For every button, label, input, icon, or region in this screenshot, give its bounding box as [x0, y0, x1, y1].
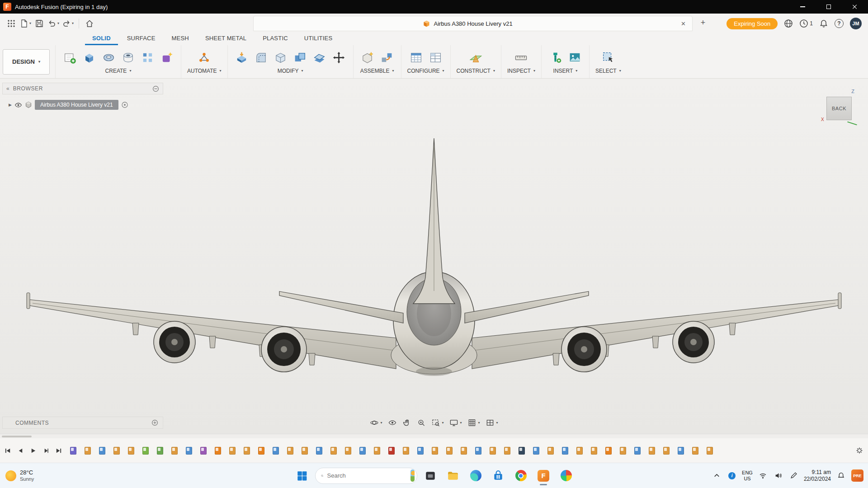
model-viewport[interactable]: « BROWSER ▶ Airbus A380 House Livery v21…	[0, 79, 868, 434]
timeline-feature-icon[interactable]	[620, 447, 626, 455]
timeline-feature-icon[interactable]	[663, 447, 670, 455]
weather-widget[interactable]: 28°C Sunny	[0, 469, 34, 482]
timeline-feature-icon[interactable]	[345, 447, 351, 455]
combine-button[interactable]	[292, 50, 308, 66]
job-status-button[interactable]: 1	[799, 19, 813, 28]
viewports-button[interactable]: ▾	[486, 418, 498, 427]
search-input[interactable]	[327, 472, 407, 479]
timeline-feature-icon[interactable]	[302, 447, 308, 455]
timeline-feature-icon[interactable]	[591, 447, 597, 455]
automate-menu[interactable]: AUTOMATE▾	[187, 68, 222, 74]
timeline-feature-icon[interactable]	[649, 447, 655, 455]
timeline-feature-icon[interactable]	[374, 447, 380, 455]
notifications-button[interactable]	[819, 19, 828, 28]
collapse-browser-icon[interactable]: «	[6, 85, 9, 92]
timeline-feature-icon[interactable]	[547, 447, 554, 455]
redo-button[interactable]: ▾	[61, 16, 75, 31]
language-switcher[interactable]: ENG US	[742, 470, 753, 481]
timeline-scrollbar[interactable]	[0, 434, 868, 438]
revolve-button[interactable]	[100, 50, 117, 66]
timeline-feature-icon[interactable]	[692, 447, 698, 455]
viewcube-back-face[interactable]: BACK	[826, 97, 852, 120]
move-copy-button[interactable]	[331, 50, 347, 66]
construct-menu[interactable]: CONSTRUCT▾	[457, 68, 495, 74]
timeline-feature-icon[interactable]	[287, 447, 293, 455]
save-button[interactable]	[33, 16, 46, 31]
insert-menu[interactable]: INSERT▾	[553, 68, 578, 74]
timeline-feature-icon[interactable]	[432, 447, 438, 455]
task-view-button[interactable]	[421, 465, 440, 486]
insert-fastener-button[interactable]	[547, 50, 564, 66]
engine-inner-right[interactable]	[561, 327, 607, 372]
timeline-scrollbar-thumb[interactable]	[2, 436, 32, 437]
joint-button[interactable]	[379, 50, 395, 66]
skip-to-start-button[interactable]	[5, 447, 11, 454]
document-tab[interactable]: Airbus A380 House Livery v21 ✕	[253, 16, 693, 31]
inspect-menu[interactable]: INSPECT▾	[507, 68, 535, 74]
file-explorer-button[interactable]	[443, 465, 462, 486]
expiring-soon-button[interactable]: Expiring Soon	[726, 18, 778, 29]
visibility-eye-icon[interactable]	[14, 101, 22, 109]
timeline-feature-icon[interactable]	[475, 447, 481, 455]
timeline-feature-icon[interactable]	[417, 447, 424, 455]
timeline-feature-icon[interactable]	[316, 447, 322, 455]
timeline-settings-icon[interactable]	[855, 446, 863, 455]
timeline-feature-icon[interactable]	[359, 447, 366, 455]
insert-image-button[interactable]	[567, 50, 583, 66]
tab-utilities[interactable]: UTILITIES	[297, 33, 340, 45]
orbit-button[interactable]: ▾	[370, 418, 382, 427]
select-menu[interactable]: SELECT▾	[595, 68, 621, 74]
timeline-feature-icon[interactable]	[157, 447, 163, 455]
file-menu-button[interactable]: ▾	[18, 16, 33, 31]
timeline-feature-icon[interactable]	[215, 447, 221, 455]
press-pull-button[interactable]	[234, 50, 250, 66]
home-view-button[interactable]	[83, 16, 96, 31]
zoom-button[interactable]	[417, 418, 425, 427]
engine-inner-left[interactable]	[261, 327, 307, 372]
search-highlight-image[interactable]	[410, 469, 415, 482]
play-button[interactable]	[30, 447, 37, 454]
timeline-feature-icon[interactable]	[113, 447, 120, 455]
fit-button[interactable]: ▾	[431, 418, 443, 427]
right-stabilizer[interactable]	[465, 291, 589, 323]
volume-button[interactable]	[773, 470, 783, 481]
configuration-table-button[interactable]	[427, 50, 443, 66]
hidden-icons-button[interactable]	[712, 470, 722, 481]
timeline-feature-icon[interactable]	[576, 447, 583, 455]
timeline-feature-icon[interactable]	[258, 447, 264, 455]
configuration-button[interactable]	[408, 50, 424, 66]
comments-bar[interactable]: COMMENTS	[2, 417, 163, 429]
timeline-feature-icon[interactable]	[562, 447, 568, 455]
close-document-icon[interactable]: ✕	[678, 19, 689, 28]
expand-node-icon[interactable]: ▶	[9, 103, 12, 107]
tab-sheet-metal[interactable]: SHEET METAL	[198, 33, 254, 45]
chrome-button[interactable]	[511, 465, 530, 486]
photos-button[interactable]	[557, 465, 576, 486]
left-stabilizer[interactable]	[279, 291, 403, 323]
hole-button[interactable]	[120, 50, 136, 66]
timeline-feature-icon[interactable]	[273, 447, 279, 455]
app-grid-button[interactable]	[5, 16, 18, 31]
preview-badge[interactable]: PRE	[851, 469, 863, 482]
timeline-feature-icon[interactable]	[85, 447, 91, 455]
timeline-feature-icon[interactable]	[504, 447, 510, 455]
tab-plastic[interactable]: PLASTIC	[255, 33, 295, 45]
maximize-button[interactable]	[816, 0, 842, 14]
help-button[interactable]: ?	[835, 19, 844, 28]
offset-face-button[interactable]	[311, 50, 328, 66]
timeline-feature-icon[interactable]	[388, 447, 395, 455]
start-button[interactable]	[292, 465, 311, 486]
timeline-feature-icon[interactable]	[446, 447, 453, 455]
shell-button[interactable]	[273, 50, 289, 66]
timeline-feature-icon[interactable]	[229, 447, 236, 455]
modify-menu[interactable]: MODIFY▾	[278, 68, 303, 74]
select-button[interactable]	[600, 50, 616, 66]
minimize-button[interactable]	[789, 0, 816, 14]
create-menu[interactable]: CREATE▾	[105, 68, 132, 74]
grid-settings-button[interactable]: ▾	[468, 418, 480, 427]
new-component-button[interactable]	[359, 50, 376, 66]
measure-button[interactable]	[513, 50, 529, 66]
timeline-feature-icon[interactable]	[533, 447, 539, 455]
a380-model[interactable]	[0, 79, 868, 434]
extensions-button[interactable]	[784, 19, 793, 28]
